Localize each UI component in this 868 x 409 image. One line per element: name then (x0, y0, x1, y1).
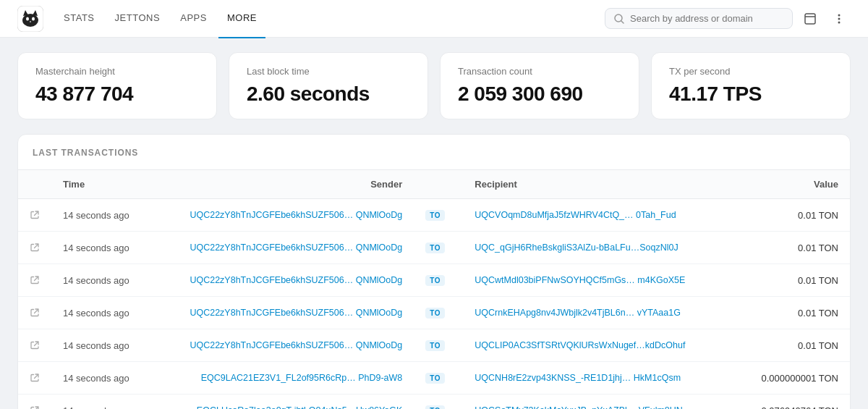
navbar: STATS JETTONS APPS MORE (0, 0, 868, 38)
table-row: 14 seconds ago UQC22zY8hTnJCGFEbe6khSUZF… (18, 329, 850, 362)
row-time: 14 seconds ago (51, 199, 141, 232)
row-sender-address[interactable]: EQCLUcaRa7lee3o0qT-jbtLQ04uNs5…Hw86YoGK (197, 405, 402, 409)
row-to-badge: TO (425, 340, 445, 351)
row-recipient-address[interactable]: UQCrnkEHApg8nv4JWbjlk2v4TjBL6n… vYTAaa1G (475, 308, 681, 318)
nav-item-stats[interactable]: STATS (55, 0, 103, 38)
row-to-badge: TO (425, 373, 445, 384)
row-to-badge: TO (425, 275, 445, 286)
table-row: 14 seconds ago UQC22zY8hTnJCGFEbe6khSUZF… (18, 264, 850, 297)
row-time: 14 seconds ago (51, 395, 141, 410)
row-time: 14 seconds ago (51, 232, 141, 264)
row-sender-address[interactable]: UQC22zY8hTnJCGFEbe6khSUZF506… QNMlOoDg (190, 210, 402, 220)
row-link-icon[interactable] (18, 199, 51, 232)
row-sender-cell: UQC22zY8hTnJCGFEbe6khSUZF506… QNMlOoDg (141, 264, 414, 297)
stat-value-txcount: 2 059 300 690 (458, 83, 621, 106)
svg-point-4 (26, 17, 29, 20)
stat-label-tps: TX per second (669, 66, 833, 77)
transactions-title: LAST TRANSACTIONS (33, 148, 138, 158)
nav-item-more[interactable]: MORE (218, 0, 265, 38)
row-link-icon[interactable] (18, 297, 51, 329)
row-recipient-address[interactable]: UQCSoTMy72KekMcYuxJB_pYxAZBl… VFulm8UN (475, 405, 683, 409)
table-row: 14 seconds ago EQCLUcaRa7lee3o0qT-jbtLQ0… (18, 395, 850, 410)
nav-item-apps[interactable]: APPS (171, 0, 216, 38)
col-time: Time (51, 170, 141, 199)
row-sender-address[interactable]: UQC22zY8hTnJCGFEbe6khSUZF506… QNMlOoDg (190, 340, 402, 350)
search-box (605, 8, 793, 29)
row-sender-cell: EQCLUcaRa7lee3o0qT-jbtLQ04uNs5…Hw86YoGK (141, 395, 414, 410)
stat-card-txcount: Transaction count 2 059 300 690 (440, 52, 639, 119)
row-recipient-cell: UQC_qGjH6RheBskgliS3AlZu-bBaLFu…SoqzNl0J (463, 232, 733, 264)
stat-card-lastblock: Last block time 2.60 seconds (229, 52, 428, 119)
row-value: 0.01 TON (734, 264, 850, 297)
row-to-badge-cell: TO (414, 232, 463, 264)
stat-label-lastblock: Last block time (247, 66, 410, 77)
search-area (605, 7, 851, 30)
row-link-icon[interactable] (18, 362, 51, 395)
row-time: 14 seconds ago (51, 297, 141, 329)
row-recipient-address[interactable]: UQC_qGjH6RheBskgliS3AlZu-bBaLFu…SoqzNl0J (475, 243, 678, 253)
svg-line-14 (35, 212, 38, 216)
nav-links: STATS JETTONS APPS MORE (55, 0, 605, 38)
window-icon-button[interactable] (799, 7, 822, 30)
stat-label-txcount: Transaction count (458, 66, 621, 77)
row-recipient-cell: UQCwtMdl03biPFNwSOYHQCf5mGs… m4KGoX5E (463, 264, 733, 297)
row-sender-address[interactable]: EQC9LAC21EZ3V1_FL2of95R6cRp… PhD9-aW8 (201, 373, 403, 383)
row-recipient-cell: UQCSoTMy72KekMcYuxJB_pYxAZBl… VFulm8UN (463, 395, 733, 410)
row-recipient-address[interactable]: UQCVOqmD8uMfjaJ5fzWHRV4CtQ_… 0Tah_Fud (475, 210, 676, 220)
row-sender-address[interactable]: UQC22zY8hTnJCGFEbe6khSUZF506… QNMlOoDg (190, 243, 402, 253)
search-input[interactable] (630, 13, 783, 24)
table-row: 14 seconds ago EQC9LAC21EZ3V1_FL2of95R6c… (18, 362, 850, 395)
svg-point-1 (22, 14, 38, 27)
stat-card-tps: TX per second 41.17 TPS (651, 52, 851, 119)
table-row: 14 seconds ago UQC22zY8hTnJCGFEbe6khSUZF… (18, 232, 850, 264)
row-value: 0.01 TON (734, 329, 850, 362)
col-value: Value (734, 170, 850, 199)
row-recipient-cell: UQCrnkEHApg8nv4JWbjlk2v4TjBL6n… vYTAaa1G (463, 297, 733, 329)
row-sender-address[interactable]: UQC22zY8hTnJCGFEbe6khSUZF506… QNMlOoDg (190, 275, 402, 285)
col-icon (18, 170, 51, 199)
table-header-row: Time Sender Recipient Value (18, 170, 850, 199)
row-link-icon[interactable] (18, 329, 51, 362)
row-time: 14 seconds ago (51, 329, 141, 362)
svg-line-16 (35, 277, 38, 281)
stats-row: Masterchain height 43 877 704 Last block… (17, 52, 851, 119)
row-link-icon[interactable] (18, 395, 51, 410)
row-time: 14 seconds ago (51, 264, 141, 297)
row-sender-address[interactable]: UQC22zY8hTnJCGFEbe6khSUZF506… QNMlOoDg (190, 308, 402, 318)
row-recipient-address[interactable]: UQCwtMdl03biPFNwSOYHQCf5mGs… m4KGoX5E (475, 275, 685, 285)
row-to-badge: TO (425, 243, 445, 253)
nav-item-jettons[interactable]: JETTONS (106, 0, 169, 38)
stat-value-masterchain: 43 877 704 (35, 83, 199, 106)
search-icon (614, 14, 624, 24)
row-to-badge-cell: TO (414, 395, 463, 410)
row-value: 0.01 TON (734, 199, 850, 232)
row-to-badge-cell: TO (414, 199, 463, 232)
stat-card-masterchain: Masterchain height 43 877 704 (17, 52, 217, 119)
row-to-badge-cell: TO (414, 297, 463, 329)
row-sender-cell: UQC22zY8hTnJCGFEbe6khSUZF506… QNMlOoDg (141, 232, 414, 264)
transactions-header: LAST TRANSACTIONS (18, 135, 850, 170)
row-recipient-cell: UQCNH8rE2zvp43KNSS_-RE1D1jhj… HkM1cQsm (463, 362, 733, 395)
row-value: 0.076940764 TON (734, 395, 850, 410)
svg-rect-9 (805, 14, 815, 24)
transactions-table: Time Sender Recipient Value 14 seconds a… (18, 170, 850, 409)
row-to-badge-cell: TO (414, 264, 463, 297)
row-recipient-address[interactable]: UQCLIP0AC3SfTSRtVQKlURsWxNugef…kdDcOhuf (475, 340, 685, 350)
row-to-badge-cell: TO (414, 329, 463, 362)
row-recipient-address[interactable]: UQCNH8rE2zvp43KNSS_-RE1D1jhj… HkM1cQsm (475, 373, 681, 383)
svg-point-5 (32, 17, 35, 20)
more-options-button[interactable] (827, 7, 851, 30)
col-recipient: Recipient (463, 170, 733, 199)
svg-line-19 (35, 375, 38, 379)
logo[interactable] (17, 6, 43, 32)
svg-line-15 (35, 245, 38, 248)
svg-point-6 (30, 21, 31, 22)
row-link-icon[interactable] (18, 232, 51, 264)
svg-point-13 (838, 21, 841, 23)
table-row: 14 seconds ago UQC22zY8hTnJCGFEbe6khSUZF… (18, 297, 850, 329)
row-to-badge-cell: TO (414, 362, 463, 395)
row-link-icon[interactable] (18, 264, 51, 297)
row-recipient-cell: UQCVOqmD8uMfjaJ5fzWHRV4CtQ_… 0Tah_Fud (463, 199, 733, 232)
row-value: 0.01 TON (734, 297, 850, 329)
row-sender-cell: EQC9LAC21EZ3V1_FL2of95R6cRp… PhD9-aW8 (141, 362, 414, 395)
